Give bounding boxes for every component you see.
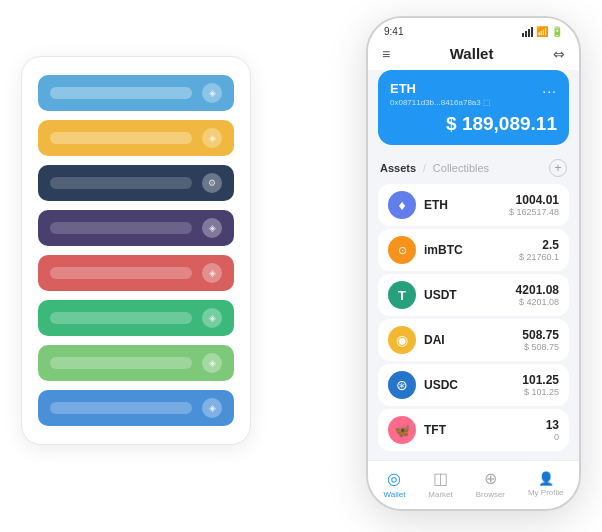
dai-amount: 508.75	[522, 328, 559, 342]
market-nav-label: Market	[428, 490, 452, 499]
add-asset-button[interactable]: +	[549, 159, 567, 177]
usdc-amount: 101.25	[522, 373, 559, 387]
card-icon: ⚙	[202, 173, 222, 193]
asset-item-dai[interactable]: ◉ DAI 508.75 $ 508.75	[378, 319, 569, 361]
tft-icon: 🦋	[388, 416, 416, 444]
asset-name-usdc: USDC	[424, 378, 522, 392]
list-item[interactable]: ◈	[38, 300, 234, 336]
phone-header: ≡ Wallet ⇔	[368, 41, 579, 70]
usdt-icon: T	[388, 281, 416, 309]
left-panel: ◈ ◈ ⚙ ◈ ◈ ◈ ◈ ◈	[21, 56, 251, 445]
list-item[interactable]: ⚙	[38, 165, 234, 201]
dai-usd: $ 508.75	[522, 342, 559, 352]
status-time: 9:41	[384, 26, 403, 37]
browser-nav-icon: ⊕	[484, 469, 497, 488]
asset-item-eth[interactable]: ♦ ETH 1004.01 $ 162517.48	[378, 184, 569, 226]
card-icon: ◈	[202, 218, 222, 238]
card-icon: ◈	[202, 263, 222, 283]
asset-item-tft[interactable]: 🦋 TFT 13 0	[378, 409, 569, 451]
status-icons: 📶 🔋	[522, 26, 563, 37]
signal-icon	[522, 27, 533, 37]
assets-header: Assets / Collectibles +	[368, 153, 579, 181]
eth-card-top: ETH ...	[390, 80, 557, 96]
list-item[interactable]: ◈	[38, 255, 234, 291]
eth-card-address: 0x08711d3b...8416a78a3 ⬚	[390, 98, 557, 107]
nav-item-wallet[interactable]: ◎ Wallet	[383, 469, 405, 499]
list-item[interactable]: ◈	[38, 210, 234, 246]
profile-nav-label: My Profile	[528, 488, 564, 497]
eth-balance: $ 189,089.11	[446, 113, 557, 135]
asset-name-usdt: USDT	[424, 288, 516, 302]
asset-values-usdc: 101.25 $ 101.25	[522, 373, 559, 397]
browser-nav-label: Browser	[476, 490, 505, 499]
status-bar: 9:41 📶 🔋	[368, 18, 579, 41]
assets-tabs: Assets / Collectibles	[380, 162, 489, 174]
dai-icon: ◉	[388, 326, 416, 354]
list-item[interactable]: ◈	[38, 345, 234, 381]
eth-amount: 1004.01	[509, 193, 559, 207]
list-item[interactable]: ◈	[38, 75, 234, 111]
list-item[interactable]: ◈	[38, 120, 234, 156]
imbtc-usd: $ 21760.1	[519, 252, 559, 262]
phone-content: ETH ... 0x08711d3b...8416a78a3 ⬚ $ 189,0…	[368, 70, 579, 460]
page-title: Wallet	[450, 45, 494, 62]
wifi-icon: 📶	[536, 26, 548, 37]
nav-item-market[interactable]: ◫ Market	[428, 469, 452, 499]
tab-divider: /	[423, 163, 426, 174]
nav-item-profile[interactable]: 👤 My Profile	[528, 471, 564, 497]
card-icon: ◈	[202, 83, 222, 103]
asset-values-eth: 1004.01 $ 162517.48	[509, 193, 559, 217]
tab-collectibles[interactable]: Collectibles	[433, 162, 489, 174]
scene: ◈ ◈ ⚙ ◈ ◈ ◈ ◈ ◈	[21, 16, 581, 516]
eth-card[interactable]: ETH ... 0x08711d3b...8416a78a3 ⬚ $ 189,0…	[378, 70, 569, 145]
card-icon: ◈	[202, 398, 222, 418]
card-icon: ◈	[202, 128, 222, 148]
wallet-nav-label: Wallet	[383, 490, 405, 499]
imbtc-amount: 2.5	[519, 238, 559, 252]
scan-icon[interactable]: ⇔	[553, 46, 565, 62]
wallet-nav-icon: ◎	[387, 469, 401, 488]
eth-card-name: ETH	[390, 81, 416, 96]
market-nav-icon: ◫	[433, 469, 448, 488]
battery-icon: 🔋	[551, 26, 563, 37]
asset-item-imbtc[interactable]: ⊙ imBTC 2.5 $ 21760.1	[378, 229, 569, 271]
asset-values-usdt: 4201.08 $ 4201.08	[516, 283, 559, 307]
usdt-amount: 4201.08	[516, 283, 559, 297]
phone-mockup: 9:41 📶 🔋 ≡ Wallet ⇔ ETH	[366, 16, 581, 511]
imbtc-icon: ⊙	[388, 236, 416, 264]
bottom-nav: ◎ Wallet ◫ Market ⊕ Browser 👤 My Profile	[368, 460, 579, 509]
usdc-usd: $ 101.25	[522, 387, 559, 397]
asset-item-usdc[interactable]: ⊛ USDC 101.25 $ 101.25	[378, 364, 569, 406]
tab-assets[interactable]: Assets	[380, 162, 416, 174]
usdt-usd: $ 4201.08	[516, 297, 559, 307]
card-icon: ◈	[202, 353, 222, 373]
list-item[interactable]: ◈	[38, 390, 234, 426]
tft-usd: 0	[546, 432, 559, 442]
card-icon: ◈	[202, 308, 222, 328]
asset-name-dai: DAI	[424, 333, 522, 347]
asset-item-usdt[interactable]: T USDT 4201.08 $ 4201.08	[378, 274, 569, 316]
nav-item-browser[interactable]: ⊕ Browser	[476, 469, 505, 499]
asset-name-tft: TFT	[424, 423, 546, 437]
asset-values-tft: 13 0	[546, 418, 559, 442]
eth-icon: ♦	[388, 191, 416, 219]
eth-card-menu[interactable]: ...	[542, 80, 557, 96]
tft-amount: 13	[546, 418, 559, 432]
asset-values-imbtc: 2.5 $ 21760.1	[519, 238, 559, 262]
asset-name-imbtc: imBTC	[424, 243, 519, 257]
profile-nav-icon: 👤	[538, 471, 554, 486]
menu-icon[interactable]: ≡	[382, 46, 390, 62]
asset-name-eth: ETH	[424, 198, 509, 212]
asset-values-dai: 508.75 $ 508.75	[522, 328, 559, 352]
usdc-icon: ⊛	[388, 371, 416, 399]
eth-usd: $ 162517.48	[509, 207, 559, 217]
